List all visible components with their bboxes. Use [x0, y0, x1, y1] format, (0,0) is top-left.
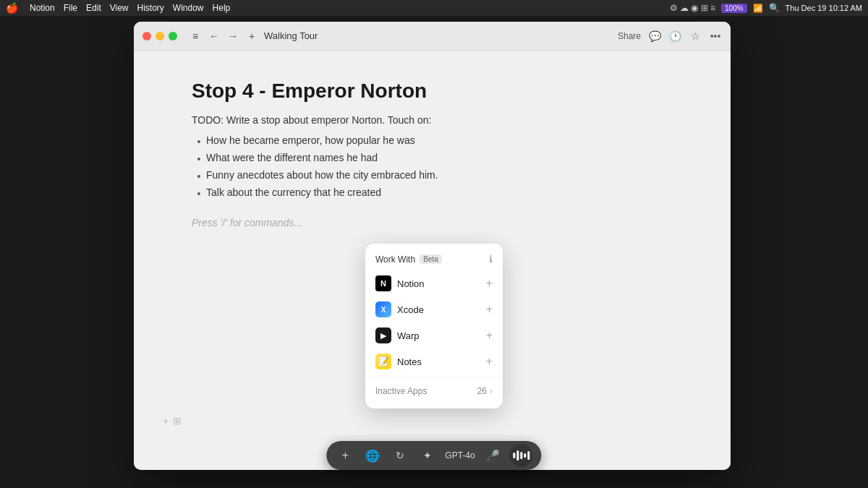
close-button[interactable]	[142, 32, 151, 40]
popup-item-warp[interactable]: ▶ Warp +	[365, 322, 503, 348]
bottom-toolbar: + 🌐 ↻ ✦ GPT-4o 🎤	[326, 441, 541, 470]
search-icon[interactable]: 🔍	[769, 3, 780, 13]
history-icon[interactable]: 🕐	[668, 30, 681, 43]
bullet-item-4: • Talk about the currency that he create…	[192, 187, 673, 200]
menubar: 🍎 Notion File Edit View History Window H…	[0, 0, 868, 16]
xcode-add-icon[interactable]: +	[486, 303, 493, 316]
titlebar-actions: Share 💬 🕐 ☆ •••	[618, 30, 722, 43]
menubar-history[interactable]: History	[137, 3, 164, 13]
bullet-dot-4: •	[192, 188, 206, 200]
bullet-list: • How he became emperor, how popular he …	[192, 134, 673, 200]
beta-badge: Beta	[420, 254, 442, 264]
popup-header-title: Work With Beta	[375, 254, 442, 265]
apple-icon[interactable]: 🍎	[6, 2, 18, 14]
favorite-icon[interactable]: ☆	[689, 30, 702, 43]
titlebar-controls: ≡ ← → +	[189, 30, 258, 43]
work-with-popup: Work With Beta ℹ N Notion + X Xcode + ▶ …	[365, 244, 503, 408]
window-title: Walking Tour	[264, 30, 318, 41]
titlebar: ≡ ← → + Walking Tour Share 💬 🕐 ☆ •••	[134, 22, 731, 51]
sidebar-toggle-icon[interactable]: ≡	[189, 30, 202, 43]
wifi-icon: 📶	[753, 4, 763, 13]
toolbar-mic-button[interactable]: 🎤	[482, 445, 503, 466]
battery-indicator: 100%	[721, 4, 747, 13]
todo-text: TODO: Write a stop about emperor Norton.…	[192, 114, 673, 126]
popup-item-xcode[interactable]: X Xcode +	[365, 296, 503, 322]
bullet-dot-3: •	[192, 171, 206, 182]
wave-bar-3	[520, 452, 522, 459]
bullet-dot-2: •	[192, 153, 206, 165]
bullet-text-4: Talk about the currency that he created	[206, 187, 381, 198]
warp-app-label: Warp	[397, 330, 486, 341]
bullet-dot-1: •	[192, 136, 206, 147]
minimize-button[interactable]	[156, 32, 164, 40]
forward-button[interactable]: →	[226, 30, 239, 43]
bullet-text-3: Funny anecdotes about how the city embra…	[206, 169, 438, 181]
work-with-label: Work With	[375, 254, 415, 265]
bullet-item-3: • Funny anecdotes about how the city emb…	[192, 169, 673, 182]
menubar-left: 🍎 Notion File Edit View History Window H…	[6, 2, 230, 14]
bullet-text-2: What were the different names he had	[206, 152, 378, 163]
xcode-app-label: Xcode	[397, 304, 486, 315]
add-block-row: + ⊞	[163, 415, 182, 427]
toolbar-globe-button[interactable]: 🌐	[362, 445, 383, 466]
page-title[interactable]: Stop 4 - Emperor Norton	[192, 80, 673, 103]
warp-add-icon[interactable]: +	[486, 329, 493, 342]
toolbar-plus-button[interactable]: +	[335, 445, 355, 466]
notes-app-icon: 📝	[375, 354, 391, 369]
inactive-apps-label: Inactive Apps	[375, 386, 477, 396]
bullet-text-1: How he became emperor, how popular he wa…	[206, 134, 415, 146]
popup-item-notion[interactable]: N Notion +	[365, 270, 503, 296]
menubar-edit[interactable]: Edit	[86, 3, 101, 13]
comments-icon[interactable]: 💬	[648, 30, 661, 43]
popup-header: Work With Beta ℹ	[365, 251, 503, 270]
chevron-right-icon: ›	[490, 386, 493, 396]
menubar-icons: ⚙ ☁ ◉ ⊞ ≡	[670, 3, 715, 13]
add-block-plus-icon[interactable]: +	[163, 415, 169, 427]
menubar-window[interactable]: Window	[173, 3, 204, 13]
info-icon[interactable]: ℹ	[489, 254, 493, 265]
bullet-item-2: • What were the different names he had	[192, 152, 673, 165]
share-button[interactable]: Share	[618, 31, 641, 41]
wave-bar-4	[524, 453, 526, 458]
window-title-text: Walking Tour	[264, 30, 318, 41]
back-button[interactable]: ←	[208, 30, 221, 43]
notion-app-icon: N	[375, 275, 391, 291]
bullet-item-1: • How he became emperor, how popular he …	[192, 134, 673, 147]
toolbar-recycle-button[interactable]: ↻	[390, 445, 410, 466]
toolbar-sparkle-button[interactable]: ✦	[417, 445, 438, 466]
menubar-time: Thu Dec 19 10:12 AM	[786, 4, 862, 12]
xcode-app-icon: X	[375, 301, 391, 317]
inactive-apps-count: 26	[477, 386, 487, 396]
wave-bar-2	[516, 450, 519, 461]
warp-app-icon: ▶	[375, 328, 391, 343]
menubar-file[interactable]: File	[64, 3, 77, 13]
slash-command-placeholder[interactable]: Press '/' for commands...	[192, 217, 673, 228]
menubar-help[interactable]: Help	[213, 3, 231, 13]
notes-add-icon[interactable]: +	[486, 355, 493, 368]
popup-divider	[365, 377, 503, 378]
wave-bar-1	[513, 453, 515, 458]
notion-add-icon[interactable]: +	[486, 277, 493, 290]
toolbar-model-selector[interactable]: GPT-4o	[445, 450, 475, 461]
traffic-lights	[142, 32, 177, 40]
more-options-icon[interactable]: •••	[709, 30, 722, 43]
menubar-view[interactable]: View	[110, 3, 129, 13]
wave-bar-5	[527, 451, 529, 460]
model-label: GPT-4o	[445, 450, 475, 461]
notion-app-label: Notion	[397, 278, 486, 289]
menubar-right: ⚙ ☁ ◉ ⊞ ≡ 100% 📶 🔍 Thu Dec 19 10:12 AM	[670, 3, 862, 13]
maximize-button[interactable]	[169, 32, 177, 40]
toolbar-wave-button[interactable]	[510, 444, 533, 467]
add-block-grid-icon[interactable]: ⊞	[173, 415, 182, 427]
menubar-app-name[interactable]: Notion	[30, 3, 55, 13]
popup-inactive-apps[interactable]: Inactive Apps 26 ›	[365, 381, 503, 401]
notes-app-label: Notes	[397, 356, 486, 367]
wave-animation	[513, 450, 529, 461]
add-page-button[interactable]: +	[245, 30, 258, 43]
popup-item-notes[interactable]: 📝 Notes +	[365, 348, 503, 374]
